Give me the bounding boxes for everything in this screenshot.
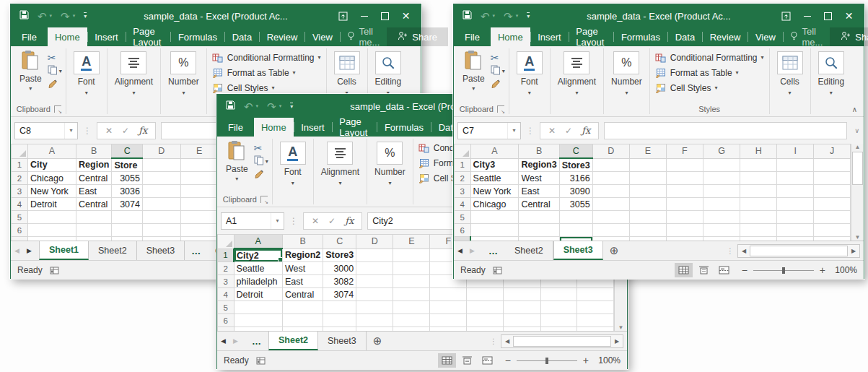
ribbon-tab-home[interactable]: Home bbox=[254, 118, 294, 137]
cell-i6[interactable] bbox=[777, 224, 814, 237]
cut-button[interactable]: ✂ bbox=[48, 53, 62, 62]
cell-d3[interactable] bbox=[142, 185, 180, 198]
conditional-formatting-button[interactable]: Conditional Formatting▾ bbox=[652, 50, 767, 65]
zoom-slider-thumb[interactable] bbox=[545, 358, 548, 364]
cell-i1[interactable] bbox=[777, 158, 814, 172]
cell-c5[interactable] bbox=[323, 301, 356, 314]
cell-h1[interactable] bbox=[740, 158, 777, 172]
undo-dropdown-icon[interactable]: ▾ bbox=[50, 13, 53, 19]
maximize-button[interactable] bbox=[374, 4, 395, 27]
cell-a4[interactable]: Detroit bbox=[28, 198, 76, 211]
cell-h5[interactable] bbox=[504, 301, 540, 314]
cell-g6[interactable] bbox=[467, 314, 504, 327]
cell-e3[interactable] bbox=[180, 185, 218, 198]
cell-a2[interactable]: Seattle bbox=[470, 172, 519, 185]
insert-function-icon[interactable]: ƒx bbox=[345, 215, 354, 226]
previous-sheet-icon[interactable]: ◀ bbox=[11, 241, 23, 260]
cell-g2[interactable] bbox=[703, 172, 740, 185]
paste-button[interactable]: Paste ▾ bbox=[221, 138, 253, 182]
cell-c6[interactable] bbox=[112, 224, 143, 237]
ribbon-tab-review[interactable]: Review bbox=[260, 27, 305, 46]
cell-e4[interactable] bbox=[180, 198, 218, 211]
row-header-3[interactable]: 3 bbox=[12, 185, 28, 198]
cell-c5[interactable] bbox=[112, 211, 143, 224]
ribbon-tab-review[interactable]: Review bbox=[703, 27, 748, 46]
row-header-1[interactable]: 1 bbox=[12, 158, 28, 172]
row-header-2[interactable]: 2 bbox=[455, 172, 471, 185]
cell-e3[interactable] bbox=[629, 185, 666, 198]
enter-check-icon[interactable]: ✓ bbox=[122, 126, 129, 136]
enter-check-icon[interactable]: ✓ bbox=[328, 216, 336, 226]
ribbon-tab-data[interactable]: Data bbox=[668, 27, 702, 46]
row-header-6[interactable]: 6 bbox=[455, 224, 471, 237]
column-header-e[interactable]: E bbox=[180, 144, 218, 159]
vertical-scroll-thumb[interactable] bbox=[852, 152, 863, 185]
row-header-2[interactable]: 2 bbox=[218, 262, 234, 275]
cell-i2[interactable] bbox=[777, 172, 814, 185]
ribbon-tab-data[interactable]: Data bbox=[225, 27, 259, 46]
alignment-button[interactable]: Alignment ▾ bbox=[110, 48, 158, 96]
number-button[interactable]: % Number ▾ bbox=[606, 48, 647, 96]
cell-c3[interactable]: 3090 bbox=[559, 185, 592, 198]
row-header-1[interactable]: 1 bbox=[455, 158, 471, 172]
cell-a5[interactable] bbox=[28, 211, 76, 224]
minimize-button[interactable] bbox=[797, 4, 817, 27]
name-box[interactable]: C8 ▾ bbox=[14, 122, 78, 139]
collapse-ribbon-icon[interactable]: ∧ bbox=[852, 105, 857, 113]
cell-c2[interactable]: 3055 bbox=[112, 172, 143, 185]
cell-a5[interactable] bbox=[470, 211, 519, 224]
copy-button[interactable]: ▾ bbox=[48, 66, 62, 76]
undo-icon[interactable]: ↶ bbox=[244, 101, 253, 112]
close-button[interactable]: ✕ bbox=[395, 4, 416, 27]
previous-sheet-icon[interactable]: ◀ bbox=[454, 241, 466, 260]
sheet-tab-sheet3[interactable]: Sheet3 bbox=[318, 332, 367, 350]
cut-button[interactable]: ✂ bbox=[254, 143, 268, 152]
cell-f6[interactable] bbox=[430, 314, 467, 327]
cell-f2[interactable] bbox=[666, 172, 703, 185]
cell-i5[interactable] bbox=[540, 301, 577, 314]
copy-button[interactable]: ▾ bbox=[254, 157, 268, 166]
column-header-d[interactable]: D bbox=[592, 144, 629, 159]
macro-record-icon[interactable] bbox=[493, 267, 502, 274]
alignment-button[interactable]: Alignment ▾ bbox=[316, 138, 364, 186]
save-icon[interactable] bbox=[19, 10, 29, 22]
sheet-tab-overflow[interactable]: … bbox=[245, 332, 268, 350]
redo-dropdown-icon[interactable]: ▾ bbox=[73, 13, 76, 19]
ribbon-tab-view[interactable]: View bbox=[748, 27, 783, 46]
ribbon-tab-page-layout[interactable]: Page Layout bbox=[126, 27, 170, 46]
undo-dropdown-icon[interactable]: ▾ bbox=[493, 13, 496, 19]
column-header-a[interactable]: A bbox=[234, 235, 282, 249]
cell-e5[interactable] bbox=[180, 211, 218, 224]
cell-a5[interactable] bbox=[234, 301, 282, 314]
cell-j3[interactable] bbox=[814, 185, 851, 198]
cell-f5[interactable] bbox=[430, 301, 467, 314]
cell-g4[interactable] bbox=[467, 288, 504, 301]
ribbon-tab-file[interactable]: File bbox=[454, 27, 491, 46]
fill-handle[interactable] bbox=[278, 257, 283, 262]
cell-h4[interactable] bbox=[504, 288, 540, 301]
format-as-table-button[interactable]: Format as Table▾ bbox=[652, 65, 767, 80]
share-button[interactable]: Share bbox=[830, 27, 868, 46]
next-sheet-icon[interactable]: ▶ bbox=[466, 241, 478, 260]
cell-j4[interactable] bbox=[577, 288, 614, 301]
horizontal-scrollbar[interactable]: ◀ ▶ bbox=[737, 244, 860, 258]
row-header-5[interactable]: 5 bbox=[12, 211, 28, 224]
number-button[interactable]: % Number ▾ bbox=[369, 138, 411, 186]
sheet-tab-sheet2[interactable]: Sheet2 bbox=[268, 332, 318, 350]
cell-e6[interactable] bbox=[393, 314, 430, 327]
column-header-b[interactable]: B bbox=[76, 144, 112, 159]
undo-icon[interactable]: ↶ bbox=[481, 11, 490, 22]
cell-e5[interactable] bbox=[393, 301, 430, 314]
font-button[interactable]: A Font ▾ bbox=[512, 48, 548, 96]
cell-styles-button[interactable]: Cell Styles▾ bbox=[652, 80, 767, 95]
cell-h3[interactable] bbox=[740, 185, 777, 198]
cell-c1[interactable]: Store bbox=[112, 158, 143, 172]
zoom-slider-thumb[interactable] bbox=[782, 267, 785, 274]
new-sheet-icon[interactable]: ⊕ bbox=[367, 332, 389, 350]
cell-e1[interactable] bbox=[629, 158, 666, 172]
redo-icon[interactable]: ↷ bbox=[61, 11, 70, 22]
cell-j6[interactable] bbox=[814, 224, 851, 237]
cut-button[interactable]: ✂ bbox=[491, 53, 505, 62]
row-header-4[interactable]: 4 bbox=[218, 288, 234, 301]
scroll-right-icon[interactable]: ▶ bbox=[848, 248, 859, 254]
